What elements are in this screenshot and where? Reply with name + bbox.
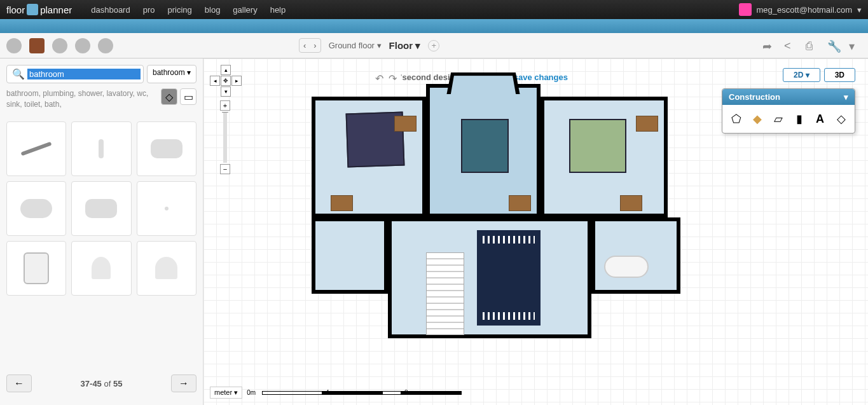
add-floor-button[interactable]: +: [428, 40, 439, 51]
globe-icon[interactable]: [75, 38, 90, 53]
avatar: [739, 3, 752, 16]
text-tool-icon[interactable]: A: [811, 110, 829, 128]
settings-icon[interactable]: 🔧: [827, 39, 840, 52]
save-changes-link[interactable]: save changes: [514, 72, 568, 82]
floorplan[interactable]: [312, 84, 680, 351]
tags-row: ◇ ▭ bathroom, plumbing, shower, lavatory…: [6, 88, 196, 115]
nav-help[interactable]: help: [270, 5, 286, 15]
export-icon[interactable]: ➦: [762, 39, 775, 52]
canvas[interactable]: ▴ ◂✥▸ ▾ + − ↶ ↷ 'second design' has chan…: [203, 58, 868, 405]
info-icon[interactable]: [6, 38, 22, 53]
pan-right[interactable]: ▸: [231, 76, 242, 86]
pan-up[interactable]: ▴: [221, 65, 231, 75]
nav-pro[interactable]: pro: [143, 5, 155, 15]
category-dropdown[interactable]: bathroom ▾: [147, 65, 196, 83]
pan-down[interactable]: ▾: [221, 86, 231, 97]
construction-panel: Construction ▾ ⬠ ◆ ▱ ▮ A ◇: [722, 88, 855, 134]
search-box: 🔍: [6, 65, 144, 83]
zoom-out-button[interactable]: −: [220, 164, 230, 174]
pagination: ← 37-45 of 55 →: [6, 368, 196, 399]
dimension-tool-icon[interactable]: ◇: [832, 110, 850, 128]
library-grid: [6, 121, 196, 296]
bed-center[interactable]: [461, 119, 509, 173]
more-icon[interactable]: ▾: [849, 39, 862, 52]
next-page-button[interactable]: →: [171, 374, 196, 392]
door-tool-icon[interactable]: ▮: [790, 110, 808, 128]
lib-item-shower[interactable]: [137, 181, 196, 236]
furniture-icon[interactable]: [29, 38, 45, 53]
zoom-slider[interactable]: [223, 112, 227, 163]
construction-title: Construction: [729, 92, 780, 102]
nav-links: dashboard pro pricing blog gallery help: [91, 5, 286, 15]
help-icon[interactable]: [98, 38, 113, 53]
bed-right[interactable]: [569, 119, 626, 173]
pan-zoom-controls: ▴ ◂✥▸ ▾ + −: [210, 65, 242, 174]
view-2d-button[interactable]: 2D ▾: [783, 68, 820, 82]
lib-item-bathtub1[interactable]: [137, 121, 196, 176]
panel-chevron-icon[interactable]: ▾: [844, 92, 848, 102]
print-icon[interactable]: ⎙: [806, 39, 818, 52]
logo-text-left: floor: [6, 4, 25, 15]
next-arrow-icon[interactable]: ›: [310, 39, 320, 52]
unit-dropdown[interactable]: meter ▾: [210, 387, 242, 399]
undo-icon[interactable]: ↶: [375, 72, 383, 85]
stairs[interactable]: [426, 252, 464, 335]
view-2d-toggle[interactable]: ▭: [180, 88, 196, 105]
logo-text-right: planner: [40, 4, 72, 15]
lib-item-urinal[interactable]: [71, 241, 131, 296]
room-tool-icon[interactable]: ⬠: [727, 110, 745, 128]
view-3d-button[interactable]: 3D: [824, 68, 855, 82]
nightstand-5[interactable]: [636, 116, 658, 132]
nightstand-3[interactable]: [509, 195, 531, 211]
nightstand-4[interactable]: [620, 195, 642, 211]
blue-bar: [0, 19, 868, 33]
user-menu[interactable]: meg_escott@hotmail.com ▾: [739, 3, 862, 16]
view-3d-toggle[interactable]: ◇: [161, 88, 177, 105]
lib-item-bathtub3[interactable]: [71, 181, 131, 236]
pan-center[interactable]: ✥: [221, 76, 231, 86]
rug[interactable]: [477, 230, 541, 326]
share-icon[interactable]: <: [784, 39, 797, 52]
nav-gallery[interactable]: gallery: [233, 5, 257, 15]
surface-tool-icon[interactable]: ▱: [769, 110, 787, 128]
lib-item-bathtub2[interactable]: [6, 181, 66, 236]
nightstand-2[interactable]: [394, 116, 417, 132]
toolbar: ‹ › Ground floor ▾ Floor ▾ + ➦ < ⎙ 🔧 ▾: [0, 33, 868, 58]
user-email: meg_escott@hotmail.com: [757, 5, 852, 15]
chevron-down-icon: ▾: [857, 5, 862, 15]
logo[interactable]: floor planner: [6, 4, 72, 15]
pan-left[interactable]: ◂: [210, 76, 220, 86]
prev-arrow-icon[interactable]: ‹: [300, 39, 310, 52]
lib-item-faucet[interactable]: [71, 121, 131, 176]
nav-pricing[interactable]: pricing: [167, 5, 191, 15]
zoom-in-button[interactable]: +: [220, 100, 230, 111]
lib-item-drain[interactable]: [6, 121, 66, 176]
top-nav: floor planner dashboard pro pricing blog…: [0, 0, 868, 19]
sidebar: 🔍 bathroom ▾ ◇ ▭ bathroom, plumbing, sho…: [0, 58, 203, 405]
nightstand-1[interactable]: [331, 195, 353, 211]
bathtub[interactable]: [604, 256, 649, 278]
prev-page-button[interactable]: ←: [6, 374, 32, 392]
floor-dropdown[interactable]: Floor ▾: [389, 40, 421, 51]
nav-blog[interactable]: blog: [205, 5, 221, 15]
redo-icon[interactable]: ↷: [389, 72, 397, 85]
search-input[interactable]: [27, 69, 141, 79]
logo-icon: [27, 4, 38, 15]
wall-tool-icon[interactable]: ◆: [748, 110, 766, 128]
lib-item-sink[interactable]: [137, 241, 196, 296]
photo-icon[interactable]: [52, 38, 67, 53]
floor-selector[interactable]: Ground floor ▾: [329, 41, 382, 50]
nav-dashboard[interactable]: dashboard: [91, 5, 130, 15]
page-info: 37-45 of 55: [81, 379, 123, 388]
room-bathroom-left[interactable]: [312, 217, 388, 294]
lib-item-mirror[interactable]: [6, 241, 66, 296]
floor-nav-arrows: ‹ ›: [299, 38, 321, 53]
right-panel: 2D ▾ 3D Construction ▾ ⬠ ◆ ▱ ▮ A ◇: [722, 68, 855, 134]
scale-bar: meter ▾ 0m 4m 8m: [210, 387, 413, 399]
search-icon: 🔍: [12, 68, 25, 80]
